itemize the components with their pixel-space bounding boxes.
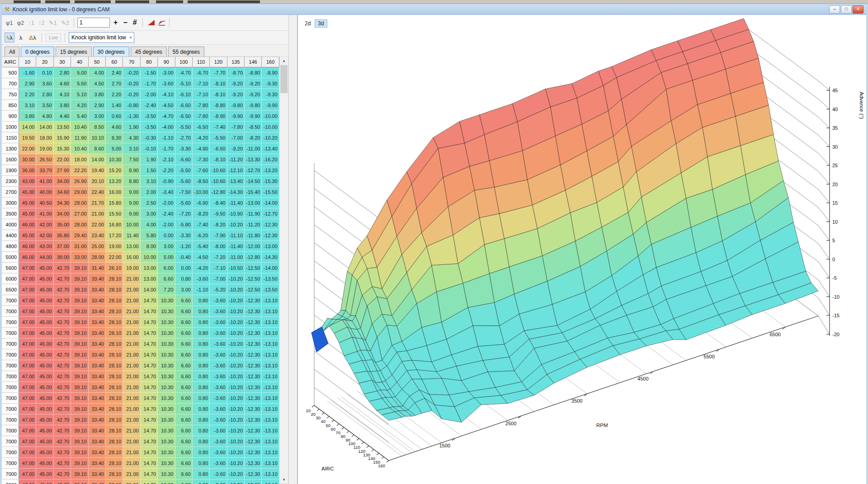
table-cell[interactable]: -12.30 bbox=[245, 414, 262, 425]
table-cell[interactable]: -13.10 bbox=[262, 295, 279, 306]
table-cell[interactable]: 39.10 bbox=[71, 273, 88, 284]
table-cell[interactable]: 42.70 bbox=[54, 479, 71, 484]
table-cell[interactable]: 21.00 bbox=[123, 328, 140, 338]
row-header-rpm[interactable]: 750 bbox=[2, 89, 19, 100]
table-cell[interactable]: 6.60 bbox=[158, 273, 175, 284]
panel-splitter[interactable] bbox=[288, 15, 297, 484]
table-cell[interactable]: 33.40 bbox=[89, 306, 106, 317]
table-cell[interactable]: 27.90 bbox=[54, 165, 71, 176]
table-cell[interactable]: -9.20 bbox=[245, 89, 262, 100]
table-cell[interactable]: 10.30 bbox=[158, 469, 175, 479]
step-value-input[interactable] bbox=[77, 18, 110, 28]
table-cell[interactable]: 4.30 bbox=[123, 132, 140, 143]
table-cell[interactable]: 28.10 bbox=[106, 317, 123, 328]
table-cell[interactable]: 39.10 bbox=[71, 479, 88, 484]
table-cell[interactable]: 28.10 bbox=[106, 382, 123, 393]
column-header-90[interactable]: 90 bbox=[158, 57, 175, 67]
table-cell[interactable]: 45.00 bbox=[36, 328, 53, 338]
table-cell[interactable]: 4.60 bbox=[54, 78, 71, 89]
table-cell[interactable]: -3.60 bbox=[210, 436, 227, 447]
table-cell[interactable]: 47.00 bbox=[19, 349, 36, 360]
table-cell[interactable]: 14.00 bbox=[141, 284, 158, 295]
table-cell[interactable]: -11.40 bbox=[227, 197, 245, 208]
table-cell[interactable]: 42.70 bbox=[54, 338, 71, 349]
table-cell[interactable]: -12.50 bbox=[245, 284, 262, 295]
table-cell[interactable]: -1.10 bbox=[193, 284, 210, 295]
table-cell[interactable]: 40.00 bbox=[36, 187, 53, 197]
table-cell[interactable]: -10.20 bbox=[227, 414, 245, 425]
table-cell[interactable]: 10.30 bbox=[158, 458, 175, 469]
table-cell[interactable]: 47.00 bbox=[19, 317, 36, 328]
scrollbar-thumb[interactable] bbox=[280, 65, 288, 93]
table-cell[interactable]: 10.30 bbox=[158, 328, 175, 338]
table-cell[interactable]: -5.60 bbox=[175, 154, 193, 165]
table-cell[interactable]: -3.50 bbox=[141, 111, 158, 122]
table-cell[interactable]: -13.20 bbox=[262, 165, 279, 176]
table-cell[interactable]: -10.20 bbox=[227, 479, 245, 484]
table-cell[interactable]: 14.70 bbox=[141, 317, 158, 328]
table-cell[interactable]: 3.60 bbox=[36, 78, 53, 89]
table-cell[interactable]: -12.30 bbox=[245, 393, 262, 404]
table-cell[interactable]: 16.80 bbox=[106, 219, 123, 230]
table-cell[interactable]: 47.00 bbox=[19, 447, 36, 458]
table-cell[interactable]: -3.30 bbox=[175, 143, 193, 154]
table-cell[interactable]: 0.00 bbox=[175, 263, 193, 273]
table-cell[interactable]: 34.00 bbox=[54, 208, 71, 219]
table-cell[interactable]: -10.20 bbox=[227, 404, 245, 414]
table-cell[interactable]: -10.50 bbox=[227, 263, 245, 273]
table-cell[interactable]: -13.10 bbox=[262, 382, 279, 393]
table-cell[interactable]: -12.10 bbox=[227, 165, 245, 176]
table-cell[interactable]: -2.40 bbox=[141, 100, 158, 111]
table-cell[interactable]: -7.10 bbox=[193, 89, 210, 100]
table-cell[interactable]: 0.80 bbox=[175, 273, 193, 284]
table-cell[interactable]: 28.10 bbox=[106, 436, 123, 447]
table-cell[interactable]: 6.60 bbox=[175, 414, 193, 425]
table-cell[interactable]: 3.10 bbox=[19, 100, 36, 111]
table-cell[interactable]: -8.20 bbox=[245, 132, 262, 143]
table-cell[interactable]: 6.60 bbox=[175, 317, 193, 328]
table-cell[interactable]: 14.70 bbox=[141, 306, 158, 317]
table-cell[interactable]: 14.70 bbox=[141, 404, 158, 414]
table-cell[interactable]: -1.70 bbox=[141, 78, 158, 89]
table-cell[interactable]: -15.50 bbox=[262, 187, 279, 197]
table-cell[interactable]: -12.80 bbox=[245, 252, 262, 263]
table-cell[interactable]: 31.40 bbox=[89, 263, 106, 273]
table-cell[interactable]: 0.60 bbox=[106, 111, 123, 122]
table-cell[interactable]: -9.80 bbox=[245, 100, 262, 111]
table-cell[interactable]: -8.50 bbox=[193, 176, 210, 187]
table-cell[interactable]: 35.00 bbox=[54, 219, 71, 230]
table-cell[interactable]: -6.90 bbox=[193, 197, 210, 208]
table-cell[interactable]: -2.00 bbox=[141, 89, 158, 100]
table-cell[interactable]: 28.10 bbox=[106, 371, 123, 382]
table-cell[interactable]: -14.30 bbox=[262, 252, 279, 263]
table-cell[interactable]: -12.30 bbox=[245, 338, 262, 349]
table-cell[interactable]: -12.30 bbox=[245, 328, 262, 338]
table-cell[interactable]: -3.40 bbox=[158, 187, 175, 197]
table-cell[interactable]: -3.60 bbox=[210, 371, 227, 382]
table-cell[interactable]: 0.80 bbox=[193, 338, 210, 349]
table-cell[interactable]: 2.20 bbox=[19, 89, 36, 100]
row-header-rpm[interactable]: 2700 bbox=[2, 187, 19, 197]
table-cell[interactable]: -7.80 bbox=[227, 122, 245, 132]
table-cell[interactable]: -9.20 bbox=[245, 78, 262, 89]
table-cell[interactable]: -13.50 bbox=[262, 273, 279, 284]
table-cell[interactable]: -12.30 bbox=[245, 404, 262, 414]
row-header-rpm[interactable]: 5000 bbox=[2, 252, 19, 263]
table-cell[interactable]: -5.50 bbox=[175, 122, 193, 132]
table-cell[interactable]: 14.00 bbox=[89, 154, 106, 165]
table-cell[interactable]: -10.20 bbox=[227, 219, 245, 230]
row-header-rpm[interactable]: 7000 bbox=[2, 317, 19, 328]
table-cell[interactable]: 33.40 bbox=[89, 349, 106, 360]
table-cell[interactable]: -12.30 bbox=[245, 382, 262, 393]
table-cell[interactable]: -13.10 bbox=[262, 447, 279, 458]
table-cell[interactable]: 39.10 bbox=[71, 263, 88, 273]
table-cell[interactable]: 33.40 bbox=[89, 382, 106, 393]
table-cell[interactable]: -2.00 bbox=[158, 219, 175, 230]
table-cell[interactable]: 47.00 bbox=[19, 338, 36, 349]
table-cell[interactable]: 6.60 bbox=[175, 469, 193, 479]
table-cell[interactable]: 33.40 bbox=[89, 328, 106, 338]
table-cell[interactable]: 37.00 bbox=[54, 241, 71, 252]
table-cell[interactable]: -5.40 bbox=[193, 241, 210, 252]
table-cell[interactable]: -10.60 bbox=[210, 165, 227, 176]
row-header-rpm[interactable]: 7000 bbox=[2, 458, 19, 469]
